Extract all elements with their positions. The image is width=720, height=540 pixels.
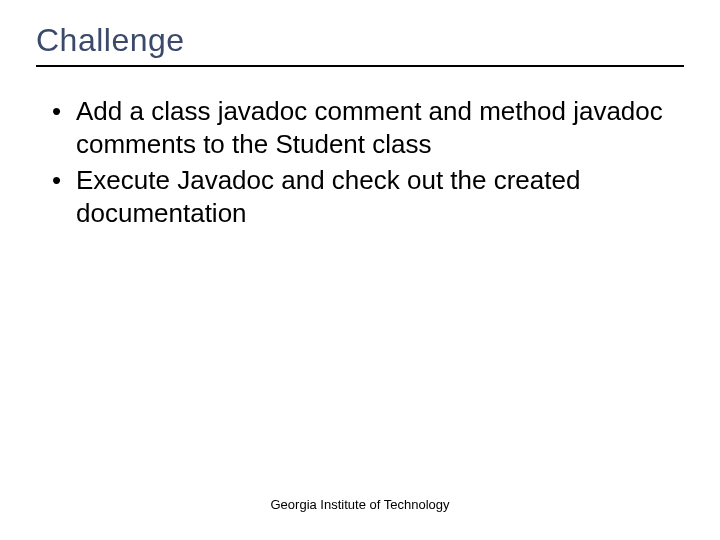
slide-title: Challenge xyxy=(36,22,684,67)
bullet-list: Add a class javadoc comment and method j… xyxy=(48,95,684,229)
slide-footer: Georgia Institute of Technology xyxy=(0,497,720,512)
bullet-item: Execute Javadoc and check out the create… xyxy=(48,164,684,229)
slide-content: Add a class javadoc comment and method j… xyxy=(36,95,684,229)
slide-container: Challenge Add a class javadoc comment an… xyxy=(0,0,720,540)
bullet-item: Add a class javadoc comment and method j… xyxy=(48,95,684,160)
